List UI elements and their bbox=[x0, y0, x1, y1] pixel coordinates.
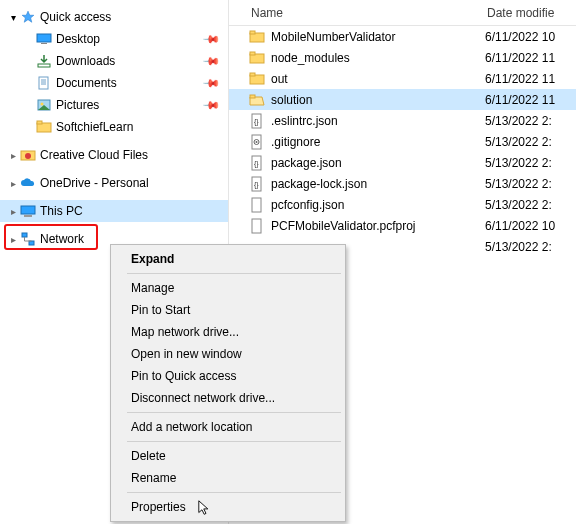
tree-item-pictures[interactable]: Pictures 📌 bbox=[0, 94, 228, 116]
file-date: 6/11/2022 11 bbox=[485, 72, 555, 86]
svg-rect-15 bbox=[21, 206, 35, 214]
menu-item-pin-quick-access[interactable]: Pin to Quick access bbox=[113, 365, 343, 387]
desktop-icon bbox=[36, 31, 52, 47]
tree-item-softchief[interactable]: SoftchiefLearn bbox=[0, 116, 228, 138]
tree-label: Documents bbox=[56, 76, 117, 90]
file-date: 5/13/2022 2: bbox=[485, 240, 552, 254]
svg-rect-1 bbox=[37, 34, 51, 42]
menu-item-add-network-location[interactable]: Add a network location bbox=[113, 416, 343, 438]
chevron-right-icon[interactable]: ▸ bbox=[6, 150, 20, 161]
svg-rect-17 bbox=[22, 233, 27, 237]
menu-item-pin-start[interactable]: Pin to Start bbox=[113, 299, 343, 321]
folder-icon bbox=[249, 71, 265, 87]
svg-rect-20 bbox=[250, 31, 255, 34]
tree-item-downloads[interactable]: Downloads 📌 bbox=[0, 50, 228, 72]
svg-rect-37 bbox=[252, 219, 261, 233]
tree-item-quick-access[interactable]: ▾ Quick access bbox=[0, 6, 228, 28]
svg-rect-18 bbox=[29, 241, 34, 245]
tree-label: OneDrive - Personal bbox=[40, 176, 149, 190]
file-row[interactable]: MobileNumberValidator6/11/2022 10 bbox=[229, 26, 576, 47]
file-date: 5/13/2022 2: bbox=[485, 114, 552, 128]
tree-label: Network bbox=[40, 232, 84, 246]
network-icon bbox=[20, 231, 36, 247]
column-header-date[interactable]: Date modifie bbox=[487, 6, 576, 20]
file-date: 6/11/2022 10 bbox=[485, 219, 555, 233]
svg-marker-0 bbox=[22, 11, 34, 22]
column-header-name[interactable]: Name bbox=[229, 6, 487, 20]
pictures-icon bbox=[36, 97, 52, 113]
file-icon bbox=[249, 218, 265, 234]
menu-item-delete[interactable]: Delete bbox=[113, 445, 343, 467]
file-row[interactable]: solution6/11/2022 11 bbox=[229, 89, 576, 110]
tree-item-this-pc[interactable]: ▸ This PC bbox=[0, 200, 228, 222]
star-icon bbox=[20, 9, 36, 25]
folder-open-icon bbox=[249, 92, 265, 108]
tree-item-creative-cloud[interactable]: ▸ Creative Cloud Files bbox=[0, 144, 228, 166]
file-row[interactable]: .gitignore5/13/2022 2: bbox=[229, 131, 576, 152]
pin-icon: 📌 bbox=[201, 29, 220, 48]
gear-icon bbox=[249, 134, 265, 150]
file-name: package-lock.json bbox=[271, 177, 485, 191]
tree-item-onedrive[interactable]: ▸ OneDrive - Personal bbox=[0, 172, 228, 194]
file-date: 6/11/2022 11 bbox=[485, 93, 555, 107]
svg-point-14 bbox=[25, 153, 31, 159]
json-icon: {} bbox=[249, 176, 265, 192]
file-row[interactable]: out6/11/2022 11 bbox=[229, 68, 576, 89]
file-row[interactable]: {}package.json5/13/2022 2: bbox=[229, 152, 576, 173]
svg-text:{}: {} bbox=[254, 160, 259, 168]
file-name: MobileNumberValidator bbox=[271, 30, 485, 44]
pin-icon: 📌 bbox=[201, 51, 220, 70]
folder-icon bbox=[249, 50, 265, 66]
menu-item-expand[interactable]: Expand bbox=[113, 248, 343, 270]
menu-item-properties[interactable]: Properties bbox=[113, 496, 343, 518]
svg-rect-4 bbox=[39, 77, 48, 89]
file-row[interactable]: PCFMobileValidator.pcfproj6/11/2022 10 bbox=[229, 215, 576, 236]
menu-item-map-drive[interactable]: Map network drive... bbox=[113, 321, 343, 343]
chevron-down-icon[interactable]: ▾ bbox=[6, 12, 20, 23]
svg-point-9 bbox=[41, 103, 44, 106]
menu-item-manage[interactable]: Manage bbox=[113, 277, 343, 299]
json-icon: {} bbox=[249, 155, 265, 171]
pin-icon: 📌 bbox=[201, 73, 220, 92]
svg-rect-12 bbox=[37, 121, 42, 124]
folder-icon bbox=[249, 29, 265, 45]
creative-cloud-icon bbox=[20, 147, 36, 163]
json-icon: {} bbox=[249, 113, 265, 129]
svg-rect-26 bbox=[250, 95, 255, 98]
chevron-right-icon[interactable]: ▸ bbox=[6, 234, 20, 245]
menu-separator bbox=[127, 441, 341, 442]
file-row[interactable]: {}.eslintrc.json5/13/2022 2: bbox=[229, 110, 576, 131]
file-name: .eslintrc.json bbox=[271, 114, 485, 128]
file-date: 6/11/2022 10 bbox=[485, 30, 555, 44]
svg-rect-22 bbox=[250, 52, 255, 55]
svg-point-31 bbox=[256, 141, 258, 143]
file-row[interactable]: pcfconfig.json5/13/2022 2: bbox=[229, 194, 576, 215]
tree-label: Creative Cloud Files bbox=[40, 148, 148, 162]
downloads-icon bbox=[36, 53, 52, 69]
svg-rect-3 bbox=[38, 64, 50, 67]
menu-item-open-new-window[interactable]: Open in new window bbox=[113, 343, 343, 365]
tree-label: Desktop bbox=[56, 32, 100, 46]
svg-rect-16 bbox=[24, 215, 32, 217]
file-date: 5/13/2022 2: bbox=[485, 135, 552, 149]
chevron-right-icon[interactable]: ▸ bbox=[6, 178, 20, 189]
tree-item-documents[interactable]: Documents 📌 bbox=[0, 72, 228, 94]
file-row[interactable]: node_modules6/11/2022 11 bbox=[229, 47, 576, 68]
pin-icon: 📌 bbox=[201, 95, 220, 114]
file-date: 5/13/2022 2: bbox=[485, 198, 552, 212]
menu-separator bbox=[127, 273, 341, 274]
svg-text:{}: {} bbox=[254, 118, 259, 126]
file-row[interactable]: {}package-lock.json5/13/2022 2: bbox=[229, 173, 576, 194]
file-name: .gitignore bbox=[271, 135, 485, 149]
menu-item-rename[interactable]: Rename bbox=[113, 467, 343, 489]
file-date: 5/13/2022 2: bbox=[485, 177, 552, 191]
svg-text:{}: {} bbox=[254, 181, 259, 189]
file-date: 6/11/2022 11 bbox=[485, 51, 555, 65]
folder-icon bbox=[36, 119, 52, 135]
chevron-right-icon[interactable]: ▸ bbox=[6, 206, 20, 217]
tree-item-desktop[interactable]: Desktop 📌 bbox=[0, 28, 228, 50]
menu-item-disconnect-drive[interactable]: Disconnect network drive... bbox=[113, 387, 343, 409]
menu-separator bbox=[127, 492, 341, 493]
computer-icon bbox=[20, 203, 36, 219]
file-name: PCFMobileValidator.pcfproj bbox=[271, 219, 485, 233]
